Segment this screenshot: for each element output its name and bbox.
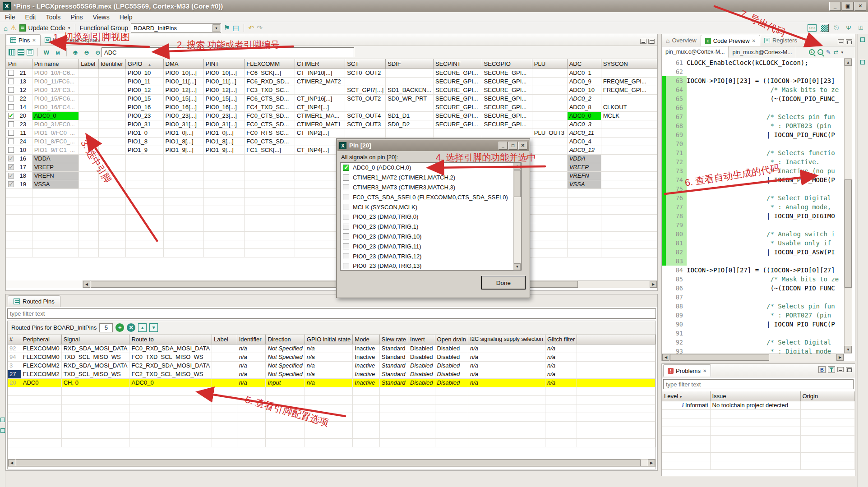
pin-checkbox[interactable] (8, 87, 14, 93)
signal-option[interactable]: PIO0_23 (DMA0,TRIG,11) (341, 241, 521, 251)
routed-pin-row[interactable]: 92 FLEXCOMM0 RXD_SDA_MOSI_DATA FC0_RXD_S… (8, 344, 656, 353)
combo-dropdown-icon[interactable]: ▾ (212, 24, 220, 32)
package-outline-view-icon[interactable] (27, 49, 33, 55)
column-header-gpio-initial-state[interactable]: GPIO initial state (305, 335, 353, 344)
signal-checkbox[interactable] (343, 184, 349, 190)
font-shrink-icon[interactable]: − (817, 49, 823, 55)
tab-pin-mux-h[interactable]: pin_mux.h@Cortex-M... (729, 46, 796, 58)
tab-overview[interactable]: ⌂ Overview (662, 35, 701, 46)
tab-code-preview[interactable]: c Code Preview ✕ (701, 35, 760, 46)
signals-vscrollbar[interactable]: ▲ ▼ (513, 163, 521, 270)
undo-icon[interactable]: ↶ (249, 24, 254, 32)
zoom-out-icon[interactable]: ⊖ (82, 48, 91, 57)
dialog-title-bar[interactable]: X Pin [20] _ □ ✕ (337, 140, 529, 151)
signal-option[interactable]: PIO0_23 (DMA0,TRIG,1) (341, 222, 521, 232)
scroll-left-icon[interactable]: ◀ (83, 281, 90, 288)
filter-icon[interactable] (828, 366, 835, 373)
column-header-adc[interactable]: ADC (567, 59, 601, 69)
close-tab-icon[interactable]: ✕ (703, 368, 706, 373)
restore-view-icon[interactable] (860, 60, 865, 64)
tab-routed-pins[interactable]: Routed Pins (8, 295, 60, 307)
pin-checkbox[interactable] (8, 181, 14, 187)
signal-option[interactable]: FC0_CTS_SDA_SSEL0 (FLEXCOMM0,CTS_SDA_SSE… (341, 192, 521, 202)
signal-checkbox[interactable] (343, 204, 349, 210)
zoom-in-icon[interactable]: ⊕ (71, 48, 80, 57)
scroll-right-icon[interactable]: ▶ (648, 459, 655, 466)
pin-row[interactable]: 12 PIO0_12/FC3... PIO0_12 PIO0_12[...] P… (6, 86, 657, 94)
compare-code-icon[interactable]: ⇄ (834, 49, 839, 55)
maximize-panel-icon[interactable] (648, 39, 655, 44)
restore-window-button[interactable]: ▣ (842, 2, 854, 11)
log-icon[interactable]: ▤ (232, 24, 239, 32)
column-header-flexcomm[interactable]: FLEXCOMM (245, 59, 295, 69)
menu-item[interactable]: File (0, 14, 20, 21)
scroll-up-icon[interactable]: ▲ (514, 163, 521, 170)
column-header-i2c-supply[interactable]: I2C signaling supply selection (468, 335, 545, 344)
done-button[interactable]: Done (482, 276, 525, 289)
maximize-dialog-button[interactable]: □ (508, 142, 517, 150)
close-tab-icon[interactable]: ✕ (32, 38, 36, 43)
column-header-sct[interactable]: SCT (345, 59, 386, 69)
column-header-secpint[interactable]: SECPINT (433, 59, 482, 69)
font-enlarge-icon[interactable]: + (809, 49, 815, 55)
column-header-syscon[interactable]: SYSCON (601, 59, 657, 69)
column-header-pin[interactable]: Pin (6, 59, 32, 69)
pin-checkbox[interactable] (8, 96, 14, 101)
package-list-view-icon[interactable] (18, 49, 24, 55)
column-header-issue[interactable]: Issue (710, 391, 800, 401)
functional-group-combo[interactable]: BOARD_InitPins ▾ (131, 23, 221, 33)
pin-row[interactable]: 22 PIO0_15/FC6... PIO0_15 PIO0_15[...] P… (6, 94, 657, 103)
column-header-pin-name[interactable]: Pin name (32, 59, 79, 69)
pin-row[interactable]: 20 ADC0_0 PIO0_23 PIO0_23[...] PIO0_23[.… (6, 111, 657, 120)
pin-row[interactable]: 24 PIO1_8/FC0_... PIO1_8 PIO1_8[...] PIO… (6, 137, 657, 146)
signal-option[interactable]: PIO0_23 (DMA0,TRIG,0) (341, 212, 521, 222)
move-up-button[interactable]: ▲ (138, 323, 147, 332)
minimize-dialog-button[interactable]: _ (499, 142, 508, 150)
menu-item[interactable]: Views (88, 14, 115, 21)
add-routed-pin-button[interactable]: + (115, 323, 124, 332)
scroll-thumb[interactable] (514, 170, 521, 197)
pin-row[interactable]: 19 VSSA VSSA (6, 180, 657, 188)
column-header-mode[interactable]: Mode (353, 335, 379, 344)
column-header-identifier[interactable]: Identifier (98, 59, 125, 69)
signal-option[interactable]: ADC0_0 (ADC0,CH,0) (341, 163, 521, 173)
minimize-panel-icon[interactable] (837, 367, 844, 372)
menu-item[interactable]: Pins (65, 14, 88, 21)
show-backtrace-icon[interactable]: B (818, 366, 826, 373)
clocks-tool-icon[interactable]: ⎋ (832, 24, 841, 32)
code-vscrollbar[interactable]: ▲ ▼ (844, 58, 852, 354)
signal-checkbox[interactable] (343, 253, 349, 259)
code-hscrollbar[interactable]: ◀ ▶ (662, 354, 844, 361)
scroll-left-icon[interactable]: ◀ (8, 459, 15, 466)
pin-row[interactable]: 10 PIO1_9/FC1_... PIO1_9 PIO1_9[...] PIO… (6, 146, 657, 154)
column-header-open-drain[interactable]: Open drain (435, 335, 468, 344)
zoom-fit-icon[interactable]: ⊙ (93, 48, 102, 57)
peripherals-tool-icon[interactable]: Ψ (844, 24, 853, 32)
pin-checkbox[interactable] (8, 130, 14, 136)
column-header-secgpio[interactable]: SECGPIO (482, 59, 532, 69)
fast-view-icon[interactable] (0, 428, 5, 433)
scroll-up-icon[interactable]: ▲ (845, 59, 852, 66)
pin-checkbox[interactable] (8, 78, 14, 84)
tab-pin-mux-c[interactable]: pin_mux.c@Cortex-M... (662, 46, 729, 58)
tab-pins[interactable]: Pins ✕ (6, 34, 41, 46)
signal-checkbox[interactable] (343, 233, 349, 239)
signal-option[interactable]: MCLK (SYSCON,MCLK) (341, 202, 521, 212)
menu-item[interactable]: Edit (20, 14, 41, 21)
pin-row[interactable]: 23 PIO0_31/FC0... PIO0_31 PIO0_31[...] P… (6, 120, 657, 129)
column-header-invert[interactable]: Invert (408, 335, 435, 344)
column-header-pint[interactable]: PINT (203, 59, 245, 69)
scroll-thumb[interactable] (16, 459, 641, 466)
tee-tool-icon[interactable]: ⚿ (856, 24, 865, 32)
signal-checkbox[interactable] (343, 175, 349, 181)
signal-option[interactable]: CTIMER3_MAT3 (CTIMER3,MATCH,3) (341, 183, 521, 193)
package-view-icon[interactable] (9, 49, 15, 55)
tab-registers[interactable]: ≡ Registers (760, 35, 801, 46)
update-code-button[interactable]: Update Code (28, 24, 66, 32)
signal-checkbox[interactable] (343, 243, 349, 249)
tab-peripheral-signals[interactable]: M Peripheral Signals (41, 34, 105, 46)
scroll-left-icon[interactable]: ◀ (662, 354, 669, 361)
column-header-glitch-filter[interactable]: Glitch filter (545, 335, 577, 344)
minimize-panel-icon[interactable] (838, 39, 844, 44)
waveform-m-icon[interactable]: ᴍ (53, 48, 62, 57)
